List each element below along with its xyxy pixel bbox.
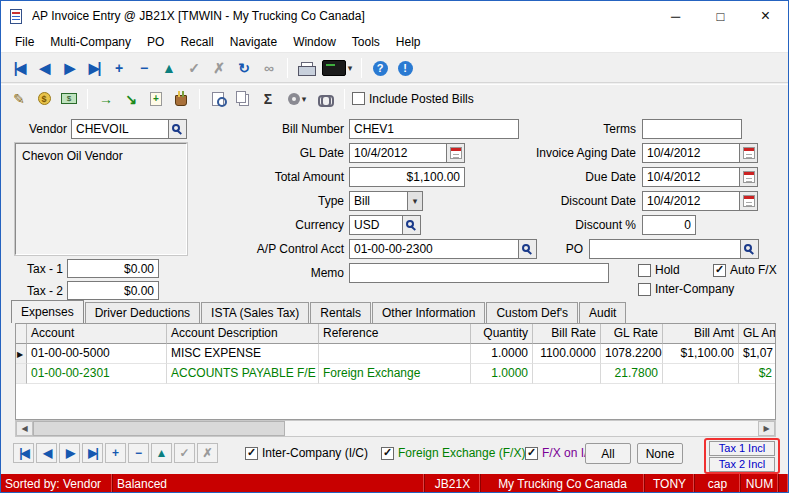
tab-ista-sales-tax[interactable]: ISTA (Sales Tax)	[201, 302, 309, 323]
inter-company-ic-checkbox-row[interactable]: Inter-Company (I/C)	[245, 446, 368, 460]
detach-button[interactable]: ∞	[258, 57, 280, 79]
post-payment-button[interactable]: $	[33, 88, 55, 110]
table-row[interactable]: 01-00-00-2301 ACCOUNTS PAYABLE F/E OI Fo…	[16, 364, 775, 384]
foreign-exchange-checkbox-row[interactable]: Foreign Exchange (F/X)	[381, 446, 525, 460]
tab-custom-defs[interactable]: Custom Def's	[486, 302, 578, 323]
footer-add-record-button[interactable]: +	[105, 443, 126, 463]
menu-item-multi-company[interactable]: Multi-Company	[42, 31, 139, 53]
inter-company-checkbox-row[interactable]: Inter-Company	[638, 282, 734, 296]
discount-pct-input[interactable]	[642, 215, 696, 235]
menu-item-recall[interactable]: Recall	[172, 31, 221, 53]
tax2-incl-button[interactable]: Tax 2 Incl	[709, 457, 775, 472]
type-dropdown-button[interactable]	[407, 191, 423, 211]
total-amount-input[interactable]	[349, 167, 465, 187]
options-dropdown-button[interactable]: ▾	[282, 88, 312, 110]
column-header-quantity[interactable]: Quantity	[471, 324, 533, 344]
prev-record-button[interactable]: ◀	[33, 57, 55, 79]
next-record-button[interactable]: ▶	[58, 57, 80, 79]
column-header-gl-rate[interactable]: GL Rate	[601, 324, 663, 344]
copy-document-button[interactable]	[232, 88, 254, 110]
cancel-edit-button[interactable]: ✗	[208, 57, 230, 79]
supplies-button[interactable]	[170, 88, 192, 110]
po-input[interactable]	[589, 239, 741, 259]
table-row[interactable]: 01-00-00-5000 MISC EXPENSE 1.0000 1100.0…	[16, 344, 775, 364]
column-header-description[interactable]: Account Description	[167, 324, 319, 344]
discount-date-input[interactable]	[642, 191, 740, 211]
include-posted-bills[interactable]: Include Posted Bills	[352, 92, 474, 106]
menu-item-help[interactable]: Help	[388, 31, 429, 53]
menu-item-po[interactable]: PO	[139, 31, 172, 53]
due-date-calendar-button[interactable]	[740, 167, 758, 187]
edit-bill-button[interactable]: ✎	[8, 88, 30, 110]
add-record-button[interactable]: +	[108, 57, 130, 79]
inter-company-ic-checkbox[interactable]	[245, 447, 258, 460]
close-button[interactable]: ×	[743, 1, 788, 31]
scroll-left-button[interactable]	[16, 421, 33, 436]
terminal-dropdown-button[interactable]: ▾	[320, 57, 354, 79]
first-record-button[interactable]: |◀	[8, 57, 30, 79]
tab-other-information[interactable]: Other Information	[372, 302, 485, 323]
memo-input[interactable]	[349, 263, 609, 283]
footer-cancel-edit-button[interactable]: ✗	[197, 443, 218, 463]
cash-button[interactable]: $	[58, 88, 80, 110]
hold-checkbox-row[interactable]: Hold	[638, 263, 680, 277]
vendor-input[interactable]	[71, 119, 169, 139]
none-button[interactable]: None	[637, 443, 683, 464]
fx-on-ic-checkbox[interactable]	[525, 447, 538, 460]
column-header-bill-rate[interactable]: Bill Rate	[533, 324, 601, 344]
import-button[interactable]: ↘	[120, 88, 142, 110]
last-record-button[interactable]: ▶|	[83, 57, 105, 79]
po-lookup-button[interactable]	[741, 239, 759, 259]
process-button[interactable]: →	[95, 88, 117, 110]
type-field[interactable]: Bill	[349, 191, 423, 211]
auto-fx-checkbox[interactable]	[713, 264, 726, 277]
horizontal-scrollbar[interactable]	[15, 420, 776, 437]
bill-number-input[interactable]	[349, 119, 519, 139]
currency-lookup-button[interactable]	[403, 215, 421, 235]
discount-date-calendar-button[interactable]	[740, 191, 758, 211]
save-record-button[interactable]: ✓	[183, 57, 205, 79]
footer-next-record-button[interactable]: ▶	[59, 443, 80, 463]
refresh-button[interactable]: ↻	[233, 57, 255, 79]
foreign-exchange-checkbox[interactable]	[381, 447, 394, 460]
maximize-button[interactable]: □	[698, 1, 743, 31]
inter-company-checkbox[interactable]	[638, 283, 651, 296]
tax2-input[interactable]	[67, 281, 159, 300]
sum-button[interactable]: Σ	[257, 88, 279, 110]
find-document-button[interactable]	[207, 88, 229, 110]
post-record-button[interactable]: ▲	[158, 57, 180, 79]
column-header-reference[interactable]: Reference	[319, 324, 471, 344]
footer-save-record-button[interactable]: ✓	[174, 443, 195, 463]
invoice-aging-date-input[interactable]	[642, 143, 740, 163]
about-button[interactable]: !	[394, 57, 416, 79]
all-button[interactable]: All	[585, 443, 631, 464]
tab-audit[interactable]: Audit	[579, 302, 626, 323]
terms-input[interactable]	[642, 119, 742, 139]
tab-expenses[interactable]: Expenses	[11, 300, 84, 323]
invoice-aging-date-calendar-button[interactable]	[740, 143, 758, 163]
footer-first-record-button[interactable]: |◀	[13, 443, 34, 463]
tax1-incl-button[interactable]: Tax 1 Incl	[709, 441, 775, 456]
gl-date-input[interactable]	[349, 143, 447, 163]
print-button[interactable]	[295, 57, 317, 79]
help-button[interactable]: ?	[369, 57, 391, 79]
scroll-right-button[interactable]	[758, 421, 775, 436]
delete-record-button[interactable]: −	[133, 57, 155, 79]
menu-item-window[interactable]: Window	[285, 31, 344, 53]
auto-fx-checkbox-row[interactable]: Auto F/X	[713, 263, 777, 277]
menu-item-navigate[interactable]: Navigate	[222, 31, 285, 53]
menu-item-file[interactable]: File	[7, 31, 42, 53]
currency-input[interactable]	[349, 215, 403, 235]
menu-item-tools[interactable]: Tools	[344, 31, 388, 53]
tab-rentals[interactable]: Rentals	[310, 302, 371, 323]
column-header-bill-amt[interactable]: Bill Amt	[663, 324, 739, 344]
new-note-button[interactable]: +	[145, 88, 167, 110]
gl-date-calendar-button[interactable]	[447, 143, 465, 163]
footer-delete-record-button[interactable]: −	[128, 443, 149, 463]
footer-post-record-button[interactable]: ▲	[151, 443, 172, 463]
tab-driver-deductions[interactable]: Driver Deductions	[85, 302, 200, 323]
link-button[interactable]	[315, 88, 337, 110]
column-header-gl-amt[interactable]: GL Amt	[739, 324, 776, 344]
due-date-input[interactable]	[642, 167, 740, 187]
include-posted-bills-checkbox[interactable]	[352, 92, 365, 105]
